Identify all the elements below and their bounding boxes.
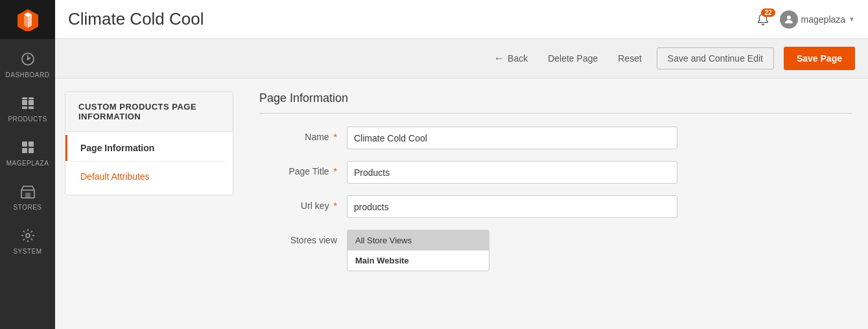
name-required-star: * <box>334 132 337 142</box>
magento-logo-icon <box>16 8 40 31</box>
url-key-required-star: * <box>334 201 337 211</box>
url-key-field-row: Url key * <box>259 195 852 218</box>
reset-button[interactable]: Reset <box>613 50 647 67</box>
header-actions: 22 mageplaza ▼ <box>756 10 855 29</box>
right-panel: Page Information Name * Page Title * <box>243 79 868 329</box>
notification-count: 22 <box>761 8 775 17</box>
user-avatar <box>780 10 798 29</box>
sidebar-item-stores[interactable]: Stores <box>0 175 55 219</box>
products-icon <box>19 94 37 112</box>
page-title-field-row: Page Title * <box>259 161 852 184</box>
stores-option-main[interactable]: Main Website <box>347 250 489 271</box>
save-continue-label: Save and Continue Edit <box>668 53 763 64</box>
name-input[interactable] <box>347 127 677 149</box>
delete-page-label: Delete Page <box>548 53 598 64</box>
notification-bell[interactable]: 22 <box>756 12 770 27</box>
form-section-title: Page Information <box>259 91 852 114</box>
left-panel-menu: Page Information Default Attributes <box>65 132 233 195</box>
sidebar-item-mageplaza[interactable]: Mageplaza <box>0 130 55 175</box>
dashboard-label: Dashboard <box>6 71 50 79</box>
svg-point-19 <box>787 16 791 19</box>
logo[interactable] <box>0 0 55 39</box>
save-page-label: Save Page <box>797 53 842 64</box>
back-button[interactable]: ← Back <box>489 49 533 67</box>
page-title-required-star: * <box>334 166 337 177</box>
content-area: CUSTOM PRODUCTS PAGE INFORMATION Page In… <box>55 79 868 329</box>
svg-rect-11 <box>29 97 34 99</box>
svg-rect-14 <box>22 148 27 153</box>
toolbar: ← Back Delete Page Reset Save and Contin… <box>55 39 868 79</box>
svg-rect-7 <box>29 100 34 105</box>
svg-rect-10 <box>22 97 27 99</box>
system-icon <box>19 226 37 245</box>
stores-view-field-row: Stores view All Store Views Main Website <box>259 230 852 271</box>
url-key-input[interactable] <box>347 195 677 218</box>
back-arrow-icon: ← <box>494 53 504 64</box>
url-key-label: Url key * <box>259 195 337 211</box>
products-label: Products <box>8 116 47 123</box>
svg-point-5 <box>27 58 29 60</box>
stores-icon <box>19 182 37 201</box>
delete-page-button[interactable]: Delete Page <box>543 50 603 67</box>
stores-select[interactable]: All Store Views Main Website <box>347 230 489 271</box>
mageplaza-icon <box>19 138 37 156</box>
left-panel: CUSTOM PRODUCTS PAGE INFORMATION Page In… <box>55 79 243 329</box>
sidebar-item-system[interactable]: System <box>0 219 55 263</box>
svg-rect-17 <box>25 193 30 198</box>
name-label: Name * <box>259 127 337 142</box>
system-label: System <box>13 248 41 255</box>
svg-point-18 <box>26 234 30 238</box>
save-continue-button[interactable]: Save and Continue Edit <box>657 47 774 69</box>
user-menu[interactable]: mageplaza ▼ <box>780 10 855 29</box>
reset-label: Reset <box>618 53 642 64</box>
page-title: Climate Cold Cool <box>68 9 204 29</box>
sidebar: Dashboard Products Mageplaza <box>0 0 55 329</box>
svg-rect-12 <box>22 141 27 147</box>
dashboard-icon <box>19 50 37 68</box>
back-label: Back <box>508 53 528 64</box>
svg-rect-13 <box>29 141 34 147</box>
main-content: Climate Cold Cool 22 magep <box>55 0 868 329</box>
left-panel-card: CUSTOM PRODUCTS PAGE INFORMATION Page In… <box>65 91 233 195</box>
page-title-label: Page Title * <box>259 161 337 177</box>
stores-label: Stores <box>14 204 42 211</box>
chevron-down-icon: ▼ <box>849 16 855 23</box>
stores-option-all[interactable]: All Store Views <box>347 230 489 250</box>
sidebar-item-dashboard[interactable]: Dashboard <box>0 42 55 86</box>
mageplaza-label: Mageplaza <box>6 160 49 167</box>
menu-item-page-information[interactable]: Page Information <box>65 135 233 161</box>
menu-item-default-attributes[interactable]: Default Attributes <box>65 162 233 191</box>
user-name: mageplaza <box>801 14 846 25</box>
header: Climate Cold Cool 22 magep <box>55 0 868 39</box>
svg-rect-9 <box>29 106 34 109</box>
svg-rect-8 <box>22 106 27 109</box>
sidebar-item-products[interactable]: Products <box>0 86 55 130</box>
page-title-input[interactable] <box>347 161 677 184</box>
svg-rect-6 <box>22 100 27 105</box>
save-page-button[interactable]: Save Page <box>784 47 855 70</box>
name-field-row: Name * <box>259 127 852 149</box>
stores-view-label: Stores view <box>259 230 337 245</box>
left-panel-heading: CUSTOM PRODUCTS PAGE INFORMATION <box>65 92 233 132</box>
svg-rect-15 <box>29 148 34 153</box>
